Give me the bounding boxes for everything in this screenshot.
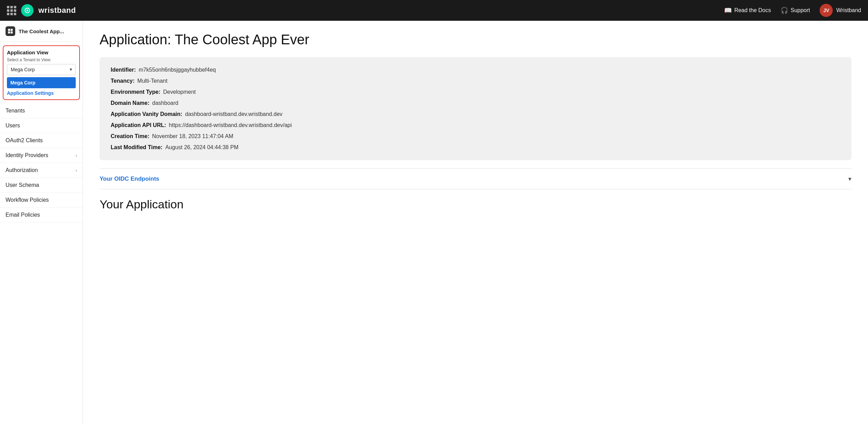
svg-rect-2 <box>8 29 10 31</box>
info-row: Tenancy:Multi-Tenant <box>111 78 840 84</box>
info-label: Application Vanity Domain: <box>111 111 182 117</box>
sidebar-app-header: The Coolest App... <box>0 21 83 42</box>
info-value: dashboard-wristband.dev.wristband.dev <box>185 111 283 117</box>
sidebar-nav-label: User Schema <box>6 182 39 188</box>
page-title: Application: The Coolest App Ever <box>100 32 851 47</box>
info-label: Last Modified Time: <box>111 144 163 151</box>
sidebar-nav-item[interactable]: User Schema <box>0 178 83 193</box>
info-row: Application Vanity Domain:dashboard-wris… <box>111 111 840 117</box>
info-label: Application API URL: <box>111 122 166 128</box>
support-label: Support <box>791 7 810 13</box>
info-value: https://dashboard-wristband.dev.wristban… <box>169 122 292 128</box>
sidebar: The Coolest App... Application View Sele… <box>0 21 83 425</box>
oidc-title: Your OIDC Endpoints <box>100 175 159 182</box>
sidebar-nav-item[interactable]: Tenants <box>0 103 83 118</box>
svg-rect-3 <box>11 29 13 31</box>
nav-items-container: TenantsUsersOAuth2 ClientsIdentity Provi… <box>0 103 83 223</box>
application-view-panel: Application View Select a Tenant to View… <box>3 45 80 100</box>
your-application-heading: Your Application <box>100 198 851 211</box>
sidebar-nav-item[interactable]: Identity Providers› <box>0 148 83 163</box>
info-label: Identifier: <box>111 67 136 73</box>
sidebar-nav-label: Authorization <box>6 167 38 173</box>
sidebar-nav-label: Tenants <box>6 108 25 114</box>
sidebar-nav-label: Workflow Policies <box>6 197 49 203</box>
info-card: Identifier:m7k55onh6nbsjggayhubbef4eqTen… <box>100 57 851 160</box>
info-row: Last Modified Time:August 26, 2024 04:44… <box>111 144 840 151</box>
chevron-right-icon: › <box>75 168 77 173</box>
sidebar-nav-label: Email Policies <box>6 212 40 218</box>
avatar: JV <box>820 4 833 17</box>
info-row: Environment Type:Development <box>111 89 840 95</box>
info-value: Multi-Tenant <box>137 78 167 84</box>
support-link[interactable]: 🎧 Support <box>781 7 810 14</box>
logo-icon <box>21 4 34 17</box>
sidebar-nav-item[interactable]: Workflow Policies <box>0 193 83 208</box>
sidebar-nav-label: OAuth2 Clients <box>6 137 43 144</box>
tenant-dropdown-option[interactable]: Mega Corp <box>7 77 76 88</box>
support-icon: 🎧 <box>781 7 788 14</box>
info-row: Application API URL:https://dashboard-wr… <box>111 122 840 128</box>
select-tenant-label: Select a Tenant to View: <box>7 57 76 62</box>
application-view-title: Application View <box>7 49 76 55</box>
info-row: Domain Name:dashboard <box>111 100 840 106</box>
sidebar-nav-item[interactable]: OAuth2 Clients <box>0 133 83 148</box>
user-name: Wristband <box>836 7 861 13</box>
grid-icon[interactable] <box>7 6 16 15</box>
info-value: Development <box>163 89 196 95</box>
svg-point-1 <box>27 10 28 11</box>
brand-name: wristband <box>38 6 76 15</box>
chevron-right-icon: › <box>75 153 77 158</box>
read-docs-link[interactable]: 📖 Read the Docs <box>724 7 771 14</box>
info-value: November 18, 2023 11:47:04 AM <box>152 133 233 139</box>
layout: The Coolest App... Application View Sele… <box>0 21 868 425</box>
user-initials: JV <box>823 8 829 13</box>
sidebar-nav-label: Users <box>6 123 20 129</box>
info-value: August 26, 2024 04:44:38 PM <box>165 144 239 151</box>
topnav-right: 📖 Read the Docs 🎧 Support JV Wristband <box>724 4 861 17</box>
main-content: Application: The Coolest App Ever Identi… <box>83 21 868 425</box>
sidebar-nav-label: Identity Providers <box>6 152 48 159</box>
sidebar-nav-item[interactable]: Authorization› <box>0 163 83 178</box>
tenant-select[interactable]: Mega Corp <box>7 64 76 75</box>
info-value: dashboard <box>152 100 178 106</box>
top-nav: wristband 📖 Read the Docs 🎧 Support JV W… <box>0 0 868 21</box>
user-menu[interactable]: JV Wristband <box>820 4 861 17</box>
svg-rect-4 <box>8 31 10 34</box>
info-label: Environment Type: <box>111 89 160 95</box>
svg-rect-5 <box>11 31 13 34</box>
sidebar-nav-item[interactable]: Email Policies <box>0 208 83 223</box>
tenant-select-wrapper: Mega Corp ▼ <box>7 64 76 75</box>
info-label: Creation Time: <box>111 133 149 139</box>
sidebar-app-name: The Coolest App... <box>19 28 64 34</box>
sidebar-nav-item[interactable]: Users <box>0 118 83 133</box>
application-settings-link[interactable]: Application Settings <box>7 89 76 96</box>
oidc-section: Your OIDC Endpoints ▾ <box>100 169 851 189</box>
info-label: Tenancy: <box>111 78 135 84</box>
info-row: Creation Time:November 18, 2023 11:47:04… <box>111 133 840 139</box>
info-value: m7k55onh6nbsjggayhubbef4eq <box>139 67 216 73</box>
oidc-chevron-down-icon: ▾ <box>848 175 851 183</box>
oidc-header[interactable]: Your OIDC Endpoints ▾ <box>100 175 851 183</box>
app-icon <box>6 26 15 36</box>
info-row: Identifier:m7k55onh6nbsjggayhubbef4eq <box>111 67 840 73</box>
docs-icon: 📖 <box>724 7 732 14</box>
topnav-left: wristband <box>7 4 724 17</box>
info-label: Domain Name: <box>111 100 149 106</box>
read-docs-label: Read the Docs <box>734 7 771 13</box>
